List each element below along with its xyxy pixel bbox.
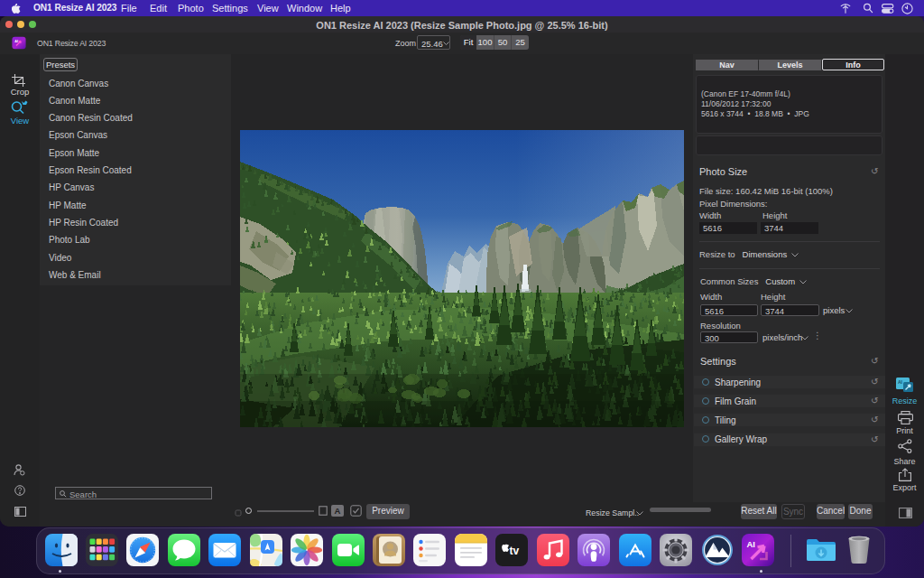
svg-text:AI: AI [898, 379, 903, 385]
svg-text:AI: AI [747, 539, 756, 549]
svg-text:tv: tv [510, 545, 520, 557]
svg-text:AI: AI [14, 40, 18, 43]
